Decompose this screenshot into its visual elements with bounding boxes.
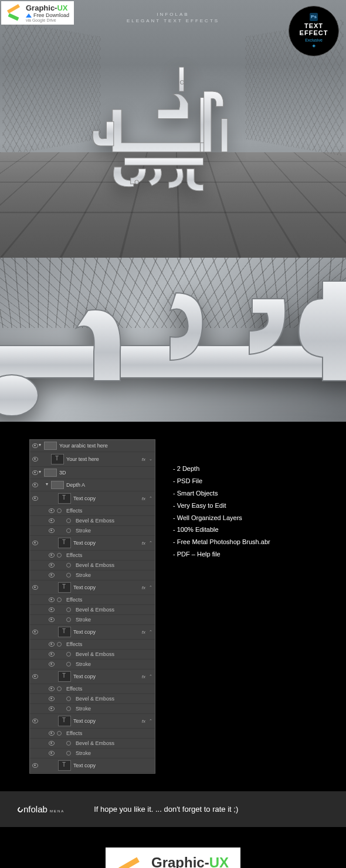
layer-bevel[interactable]: Bevel & Emboss bbox=[30, 516, 155, 526]
visibility-icon[interactable] bbox=[49, 573, 55, 577]
feature-item: - Free Metal Photoshop Brush.abr bbox=[173, 536, 270, 548]
layer-thumb-icon bbox=[58, 760, 71, 771]
visibility-icon[interactable] bbox=[49, 607, 55, 612]
fx-icon bbox=[66, 662, 71, 667]
feature-list: - 2 Depth- PSD File- Smart Objects- Very… bbox=[173, 439, 270, 561]
feature-item: - 2 Depth bbox=[173, 463, 270, 475]
visibility-icon[interactable] bbox=[32, 763, 38, 768]
visibility-icon[interactable] bbox=[32, 457, 38, 462]
fx-icon bbox=[57, 508, 62, 513]
chevron-down-icon[interactable]: ⌄ bbox=[149, 457, 152, 462]
folder-icon bbox=[44, 442, 57, 450]
layer-stroke[interactable]: Stroke bbox=[30, 749, 155, 758]
layer-bevel[interactable]: Bevel & Emboss bbox=[30, 650, 155, 659]
fx-icon bbox=[57, 686, 62, 691]
visibility-icon[interactable] bbox=[32, 541, 38, 545]
layer-text-copy[interactable]: Text copyfx⌃ bbox=[30, 580, 155, 595]
visibility-icon[interactable] bbox=[32, 585, 38, 590]
layer-bevel[interactable]: Bevel & Emboss bbox=[30, 561, 155, 570]
via-drive-label: via Google Drive bbox=[26, 18, 69, 22]
layer-stroke[interactable]: Stroke bbox=[30, 659, 155, 669]
visibility-icon[interactable] bbox=[49, 686, 55, 691]
feature-item: - 100% Editable bbox=[173, 524, 270, 536]
visibility-icon[interactable] bbox=[32, 496, 38, 501]
chevron-up-icon[interactable]: ⌃ bbox=[149, 541, 152, 545]
layer-effects[interactable]: Effects bbox=[30, 640, 155, 650]
layer-bevel[interactable]: Bevel & Emboss bbox=[30, 694, 155, 704]
svg-point-1 bbox=[135, 180, 138, 184]
visibility-icon[interactable] bbox=[32, 719, 38, 723]
layer-thumb-icon bbox=[58, 627, 71, 637]
layer-group-depth[interactable]: Depth A bbox=[30, 479, 155, 491]
visibility-icon[interactable] bbox=[49, 528, 55, 533]
fx-icon bbox=[66, 573, 71, 577]
graphicux-logo-icon bbox=[117, 857, 144, 869]
visibility-icon[interactable] bbox=[49, 731, 55, 736]
fx-icon bbox=[66, 751, 71, 756]
visibility-icon[interactable] bbox=[49, 662, 55, 667]
layer-stroke[interactable]: Stroke bbox=[30, 704, 155, 714]
layer-stroke[interactable]: Stroke bbox=[30, 526, 155, 536]
infolab-logo: nfolabMENA bbox=[18, 804, 65, 814]
fx-icon bbox=[57, 597, 62, 602]
layer-text-copy[interactable]: Text copyfx⌃ bbox=[30, 491, 155, 506]
layer-effects[interactable]: Effects bbox=[30, 506, 155, 516]
visibility-icon[interactable] bbox=[49, 563, 55, 568]
chevron-up-icon[interactable]: ⌃ bbox=[149, 674, 152, 679]
visibility-icon[interactable] bbox=[49, 553, 55, 558]
folder-icon bbox=[44, 469, 57, 477]
feature-item: - Smart Objects bbox=[173, 487, 270, 500]
fx-icon bbox=[66, 741, 71, 746]
visibility-icon[interactable] bbox=[49, 617, 55, 622]
layer-group-main[interactable]: Your arabic text here bbox=[30, 440, 155, 452]
fx-icon bbox=[66, 617, 71, 622]
layer-effects[interactable]: Effects bbox=[30, 729, 155, 739]
layer-stroke[interactable]: Stroke bbox=[30, 615, 155, 625]
brand-part2: UX bbox=[209, 855, 229, 868]
visibility-icon[interactable] bbox=[32, 443, 38, 448]
layer-text-copy[interactable]: Text copyfx⌃ bbox=[30, 625, 155, 640]
layer-text-copy[interactable]: Text copyfx⌃ bbox=[30, 536, 155, 551]
layer-your-text[interactable]: Your text herefx⌄ bbox=[30, 452, 155, 467]
visibility-icon[interactable] bbox=[49, 518, 55, 523]
visibility-icon[interactable] bbox=[49, 508, 55, 513]
drive-icon bbox=[26, 13, 32, 18]
visibility-icon[interactable] bbox=[32, 483, 38, 487]
layer-bevel[interactable]: Bevel & Emboss bbox=[30, 605, 155, 615]
layer-stroke[interactable]: Stroke bbox=[30, 570, 155, 580]
visibility-icon[interactable] bbox=[49, 696, 55, 701]
text-effect-badge: Ps TEXT EFFECT Exclusive ✦ bbox=[289, 6, 339, 56]
brand-part1: Graphic- bbox=[26, 4, 57, 12]
arabic-3d-text bbox=[52, 61, 294, 196]
layer-text-copy[interactable]: Text copyfx⌃ bbox=[30, 669, 155, 684]
layer-effects[interactable]: Effects bbox=[30, 595, 155, 605]
visibility-icon[interactable] bbox=[49, 642, 55, 647]
chevron-up-icon[interactable]: ⌃ bbox=[149, 719, 152, 723]
fx-icon bbox=[66, 607, 71, 612]
graphicux-logo-icon bbox=[6, 5, 22, 21]
hero-preview: Graphic-UX Free Download via Google Driv… bbox=[0, 0, 346, 258]
fx-icon bbox=[66, 563, 71, 568]
layer-effects[interactable]: Effects bbox=[30, 684, 155, 694]
visibility-icon[interactable] bbox=[49, 597, 55, 602]
chevron-up-icon[interactable]: ⌃ bbox=[149, 585, 152, 590]
layer-group-3d[interactable]: 3D bbox=[30, 467, 155, 479]
layer-effects[interactable]: Effects bbox=[30, 551, 155, 561]
visibility-icon[interactable] bbox=[49, 652, 55, 657]
photoshop-icon: Ps bbox=[310, 13, 318, 21]
layer-text-copy[interactable]: Text copyfx⌃ bbox=[30, 714, 155, 729]
feature-item: - Very Easy to Edit bbox=[173, 500, 270, 512]
details-section: Your arabic text here Your text herefx⌄ … bbox=[0, 422, 346, 791]
visibility-icon[interactable] bbox=[49, 741, 55, 746]
layer-thumb-icon bbox=[58, 493, 71, 504]
visibility-icon[interactable] bbox=[32, 470, 38, 475]
visibility-icon[interactable] bbox=[49, 706, 55, 711]
visibility-icon[interactable] bbox=[32, 674, 38, 679]
fx-icon bbox=[57, 553, 62, 558]
chevron-up-icon[interactable]: ⌃ bbox=[149, 630, 152, 634]
visibility-icon[interactable] bbox=[49, 751, 55, 756]
visibility-icon[interactable] bbox=[32, 630, 38, 634]
chevron-up-icon[interactable]: ⌃ bbox=[149, 496, 152, 501]
layer-bevel[interactable]: Bevel & Emboss bbox=[30, 739, 155, 749]
layer-text-copy[interactable]: Text copy bbox=[30, 758, 155, 773]
